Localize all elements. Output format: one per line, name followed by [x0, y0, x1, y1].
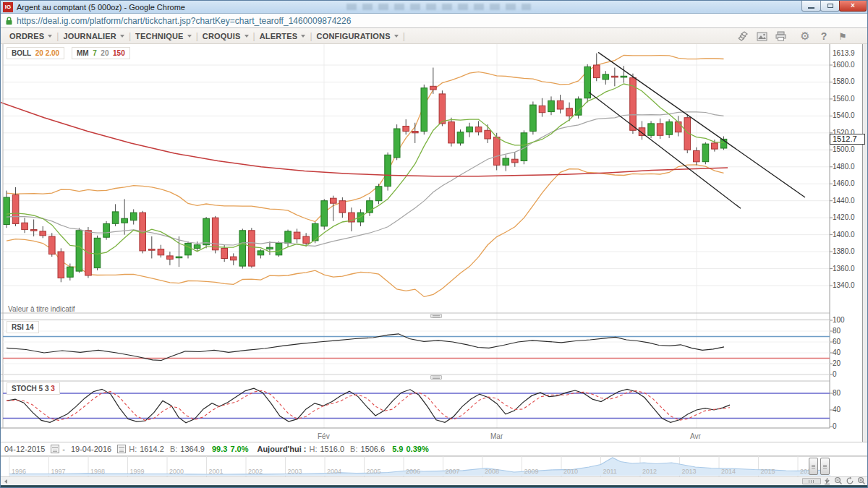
year-label: 1999 [130, 468, 145, 475]
year-label: 2008 [485, 468, 499, 475]
padlock-icon [5, 17, 13, 25]
price-tick: 1460.0 [833, 179, 855, 187]
url-text: https://deal.ig.com/platform/chart/tickc… [17, 16, 351, 26]
date-from[interactable]: 04-12-2015 [4, 445, 45, 453]
price-tick: 1600.0 [833, 61, 855, 69]
print-icon[interactable] [775, 30, 786, 42]
window-title: Argent au comptant (5 000oz) - Google Ch… [17, 3, 185, 12]
year-label: 1996 [12, 468, 26, 475]
scrollbar-thumb[interactable] [802, 478, 821, 484]
range-handle-right[interactable] [820, 458, 830, 475]
today-label: Aujourd'hui : [257, 445, 306, 453]
settings-gear-icon[interactable]: ⚙ [799, 30, 811, 42]
taskbar-edge [1, 485, 868, 488]
maximize-button[interactable] [820, 1, 840, 12]
title-bar[interactable]: IG Argent au comptant (5 000oz) - Google… [1, 1, 868, 14]
chevron-down-icon [394, 35, 399, 38]
month-label: Avr [690, 432, 701, 440]
feedback-flag-icon[interactable]: ⚑ [837, 30, 848, 42]
year-label: 2011 [603, 468, 617, 475]
layers-icon[interactable] [737, 30, 749, 42]
menu-technique[interactable]: TECHNIQUE [131, 32, 196, 40]
menu-ordres[interactable]: ORDRES [5, 32, 56, 40]
month-label: Mar [490, 432, 503, 440]
menu-journalier[interactable]: JOURNALIER [59, 32, 129, 40]
menu-configurations[interactable]: CONFIGURATIONS [312, 32, 403, 40]
year-label: 2004 [327, 468, 341, 475]
price-tick: 1480.0 [833, 163, 855, 171]
help-icon[interactable]: ? [818, 30, 830, 42]
chevron-down-icon [244, 35, 249, 38]
price-tick: 1380.0 [833, 247, 855, 255]
price-high-label: 1613.9 [833, 49, 855, 57]
ig-favicon: IG [3, 2, 13, 12]
timeline-navigator[interactable]: 1996199719981999200020012002200320042005… [1, 456, 868, 476]
period-change-pct: 7.0% [230, 445, 248, 453]
price-tick: 1440.0 [833, 197, 855, 205]
menu-croquis[interactable]: CROQUIS [198, 32, 253, 40]
price-tick: 1580.0 [833, 77, 855, 85]
stoch-tick: 40 [833, 406, 841, 414]
year-label: 2001 [209, 468, 224, 475]
today-change-pct: 0.39% [406, 445, 428, 453]
chevron-down-icon [301, 35, 305, 38]
rsi-tick: 100 [833, 316, 845, 324]
year-label: 2014 [721, 468, 736, 475]
moving-average-legend[interactable]: MM 7 20 150 [72, 47, 130, 59]
price-tick: 1420.0 [833, 213, 855, 221]
price-tick: 1360.0 [833, 265, 855, 273]
chevron-down-icon [48, 35, 52, 38]
period-low: 1364.9 [180, 445, 205, 453]
year-label: 1998 [90, 468, 105, 475]
minimize-button[interactable] [801, 1, 821, 12]
stoch-tick: 0 [833, 422, 837, 430]
period-high: 1614.2 [140, 445, 164, 453]
browser-window: IG Argent au comptant (5 000oz) - Google… [0, 0, 868, 488]
image-icon[interactable] [756, 30, 767, 42]
minimize-icon [808, 7, 814, 9]
pane-divider-stoch[interactable] [430, 375, 442, 380]
calendar-icon-from[interactable] [51, 445, 59, 453]
current-price-label: 1512.7 [830, 134, 865, 145]
chevron-down-icon [187, 35, 192, 38]
bollinger-legend[interactable]: BOLL 20 2.00 [7, 47, 64, 59]
year-label: 2007 [446, 468, 460, 475]
price-tick: 1500.0 [833, 145, 855, 153]
month-label: Fév [318, 432, 330, 440]
menu-alertes[interactable]: ALERTES [255, 32, 310, 40]
year-label: 2000 [169, 468, 184, 475]
calendar-icon-to[interactable] [117, 445, 126, 453]
today-high: 1516.0 [320, 445, 344, 453]
url-bar[interactable]: https://deal.ig.com/platform/chart/tickc… [1, 14, 868, 28]
chart-menu-bar: ORDRES|JOURNALIER|TECHNIQUE|CROQUIS|ALER… [1, 28, 868, 44]
maximize-icon [827, 4, 833, 8]
year-label: 2005 [367, 468, 381, 475]
year-label: 2015 [761, 468, 775, 475]
rsi-legend[interactable]: RSI 14 [7, 321, 39, 333]
rsi-tick: 0 [833, 370, 837, 378]
year-label: 2009 [524, 468, 539, 475]
today-low: 1506.6 [361, 445, 386, 453]
price-tick: 1540.0 [833, 111, 855, 119]
menu-separator: | [403, 31, 405, 41]
today-change: 5.9 [392, 445, 403, 453]
date-to[interactable]: 19-04-2016 [71, 445, 111, 453]
price-tick: 1560.0 [833, 95, 855, 103]
close-button[interactable]: × [839, 1, 867, 12]
chart-scrollbar[interactable] [1, 476, 868, 485]
range-handle-left[interactable] [809, 458, 818, 475]
rsi-tick: 40 [833, 348, 841, 356]
period-change: 99.3 [212, 445, 227, 453]
scroll-left-button[interactable] [1, 477, 11, 485]
year-label: 2002 [248, 468, 263, 475]
indicative-value-note: Valeur à titre indicatif [8, 305, 75, 313]
price-tick: 1340.0 [833, 281, 855, 289]
rsi-tick: 20 [833, 359, 841, 367]
status-bar: 04-12-2015 - 19-04-2016 H: 1614.2 B: 136… [1, 442, 868, 456]
chevron-down-icon [120, 35, 124, 38]
price-chart[interactable] [1, 44, 868, 442]
stoch-legend[interactable]: STOCH 5 3 3 [7, 382, 60, 395]
window-scroll-strip[interactable] [862, 44, 868, 442]
pane-divider-rsi[interactable] [430, 314, 442, 318]
year-label: 1997 [51, 468, 66, 475]
